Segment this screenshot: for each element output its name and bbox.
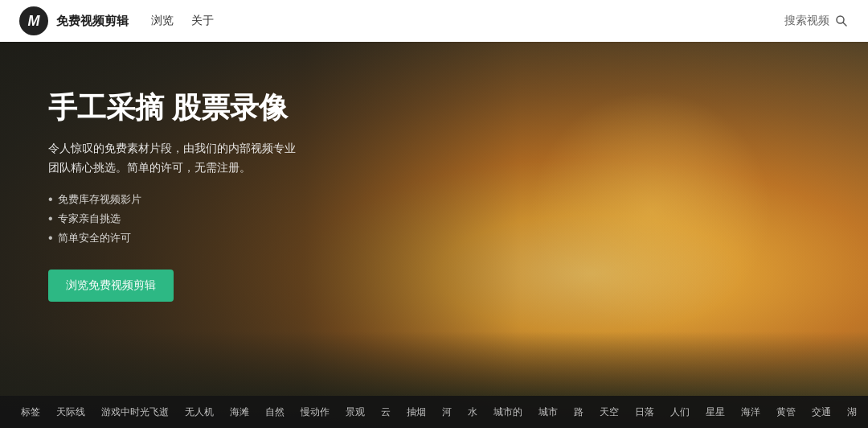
tag-item[interactable]: 水 <box>460 396 485 428</box>
tag-item[interactable]: 日落 <box>627 396 662 428</box>
tag-item[interactable]: 抽烟 <box>399 396 434 428</box>
nav-browse[interactable]: 浏览 <box>151 14 174 28</box>
tag-item[interactable]: 天空 <box>592 396 627 428</box>
tag-item[interactable]: 人们 <box>662 396 698 428</box>
tag-item[interactable]: 河 <box>434 396 460 428</box>
hero-title: 手工采摘 股票录像 <box>48 90 820 125</box>
tag-item[interactable]: 无人机 <box>177 396 222 428</box>
tag-item[interactable]: 标签 <box>13 396 48 428</box>
hero-section: 手工采摘 股票录像 令人惊叹的免费素材片段，由我们的内部视频专业团队精心挑选。简… <box>0 42 868 428</box>
logo-icon: M <box>19 6 48 35</box>
tag-item[interactable]: 景观 <box>338 396 373 428</box>
search-icon[interactable] <box>834 14 849 28</box>
tag-item[interactable]: 交通 <box>804 396 839 428</box>
tag-item[interactable]: 湖 <box>839 396 865 428</box>
logo[interactable]: M 免费视频剪辑 <box>19 6 129 35</box>
hero-content: 手工采摘 股票录像 令人惊叹的免费素材片段，由我们的内部视频专业团队精心挑选。简… <box>0 42 868 428</box>
hero-cta-button[interactable]: 浏览免费视频剪辑 <box>48 270 174 302</box>
tag-item[interactable]: 城市的 <box>485 396 530 428</box>
tag-item[interactable]: 海洋 <box>733 396 768 428</box>
nav-links: 浏览 关于 <box>151 14 214 28</box>
hero-list: 免费库存视频影片 专家亲自挑选 简单安全的许可 <box>48 192 820 245</box>
tag-item[interactable]: 黄管 <box>768 396 804 428</box>
tags-bar: 标签天际线游戏中时光飞逝无人机海滩自然慢动作景观云抽烟河水城市的城市路天空日落人… <box>0 396 868 428</box>
hero-list-item-3: 简单安全的许可 <box>48 231 820 245</box>
tag-item[interactable]: 云 <box>373 396 399 428</box>
hero-list-item-1: 免费库存视频影片 <box>48 192 820 207</box>
search-label: 搜索视频 <box>784 14 829 28</box>
tag-item[interactable]: 天际线 <box>48 396 93 428</box>
hero-list-item-2: 专家亲自挑选 <box>48 212 820 226</box>
tag-item[interactable]: 路 <box>566 396 592 428</box>
tag-item[interactable]: 游戏中时光飞逝 <box>93 396 177 428</box>
navbar: M 免费视频剪辑 浏览 关于 搜索视频 <box>0 0 868 42</box>
tag-item[interactable]: 慢动作 <box>293 396 338 428</box>
hero-subtitle: 令人惊叹的免费素材片段，由我们的内部视频专业团队精心挑选。简单的许可，无需注册。 <box>48 139 305 178</box>
logo-text: 免费视频剪辑 <box>56 14 129 29</box>
svg-line-1 <box>843 23 846 26</box>
tag-item[interactable]: 自然 <box>257 396 293 428</box>
nav-about[interactable]: 关于 <box>191 14 214 28</box>
tag-item[interactable]: 星星 <box>698 396 733 428</box>
nav-search[interactable]: 搜索视频 <box>784 14 849 28</box>
tag-item[interactable]: 城市 <box>530 396 566 428</box>
tag-item[interactable]: 海滩 <box>222 396 257 428</box>
